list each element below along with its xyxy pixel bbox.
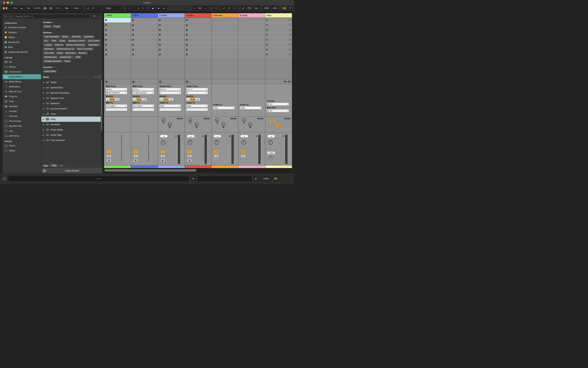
time-signature-display[interactable]: 4 / 4 [54,6,61,10]
clip-slot[interactable] [158,23,185,28]
library-item[interactable]: Kick Analog [2,119,41,123]
browser-result-row[interactable]: ▶ Surround Panner [41,106,102,111]
clip-slot[interactable] [238,32,265,37]
solo-button[interactable]: S [187,155,192,157]
midi-channel-select[interactable]: All Channels▼ [133,91,154,94]
collection-item[interactable]: Ableton MAX4LIVE [2,50,41,55]
arm-button[interactable] [187,159,192,162]
midi-to-select[interactable]: No Output▼ [106,104,127,107]
clip-slot[interactable] [238,42,265,47]
expand-chevron-icon[interactable]: ▶ [43,113,45,115]
clip-slot[interactable] [158,32,185,37]
expand-chevron-icon[interactable]: ▶ [43,87,45,89]
scene-launch-icon[interactable] [266,19,268,21]
filter-tag[interactable]: Looping› [43,43,53,46]
hamburger-menu-button[interactable]: ≡ [288,6,292,10]
library-item[interactable]: ⇄ Max for Live [2,89,41,94]
audio-from-select[interactable]: Ext. In▼ [186,88,208,91]
scene-slot[interactable]: 1 [265,18,292,23]
library-item[interactable]: Big 808 Sub [2,123,41,129]
audio-channel-select[interactable]: 1▼ [159,91,181,94]
clip-play-button[interactable]: ▶ [254,177,258,181]
clip-slot[interactable] [212,52,238,57]
filter-tag[interactable]: Hardware Control› [67,39,86,43]
filter-tag[interactable]: Modulation› [87,43,100,46]
library-item[interactable]: Audio Effects [2,74,41,79]
monitor-in-button[interactable]: In [133,98,136,101]
clip-slot[interactable] [131,32,158,37]
monitor-in-button[interactable]: In [186,98,190,101]
expand-chevron-icon[interactable]: ▶ [43,129,45,131]
scale-mode-button[interactable]: ♭♯ [85,6,90,10]
filter-tag[interactable]: Device› [43,25,52,28]
push-device-menu[interactable]: ▼ [2,6,11,10]
audio-channel-select[interactable]: 2▼ [186,91,208,94]
session-record-button[interactable] [214,6,218,10]
clip-slot[interactable] [212,42,238,47]
scene-launch-icon[interactable] [266,24,268,26]
scale-name-menu[interactable]: Major▼ [104,6,123,10]
track-activator-button[interactable]: 4 [187,150,192,153]
quantization-menu[interactable]: 1 Bar▼ [72,6,82,10]
clip-slot[interactable] [212,32,238,37]
solo-button[interactable]: S [107,155,111,157]
browser-result-row[interactable]: ▶ Variations [41,122,102,127]
filter-tag[interactable]: Amp Simulation› [43,35,60,38]
resize-grip[interactable] [96,178,101,179]
nudge-up-button[interactable] [48,6,53,10]
solo-button[interactable]: Solo [267,151,275,154]
clip-slot[interactable] [131,47,158,52]
clip-slot[interactable] [131,42,158,47]
close-window-icon[interactable] [3,1,5,4]
devices-section-header[interactable]: Devices▼ [43,31,101,34]
metronome-button[interactable]: ▼ [62,6,71,10]
audio-to-select[interactable]: Main▼ [213,106,235,110]
filter-tag[interactable]: EQ› [43,39,50,43]
scene-slot[interactable]: 4 [265,32,292,37]
clip-slot[interactable] [212,28,238,32]
library-item[interactable]: All [2,59,41,64]
results-scrollbar[interactable] [101,79,102,163]
monitor-in-button[interactable]: In [159,98,163,101]
track-header[interactable]: 3 Audio [158,13,185,18]
audio-to-select[interactable]: Main▼ [240,106,261,110]
solo-button[interactable]: S [214,155,219,157]
library-item[interactable]: Drums [2,64,41,69]
expand-chevron-icon[interactable]: ▶ [43,92,45,94]
expand-chevron-icon[interactable]: ▶ [43,108,45,110]
options-icon[interactable]: ⋯ [98,76,101,79]
session-horizontal-scrollbar[interactable] [104,169,292,172]
solo-button[interactable]: S [160,155,165,157]
filter-tag[interactable]: Spatialization› [43,55,58,59]
expand-chevron-icon[interactable]: ▶ [43,103,45,104]
midi-from-select[interactable]: All Ins▼ [133,88,154,91]
filter-tag[interactable]: Resonator› [65,51,77,55]
pan-knob[interactable] [187,139,193,145]
main-out-select[interactable]: 1/2▼ [267,109,289,112]
expand-chevron-icon[interactable]: ▶ [43,119,45,120]
scene-launch-icon[interactable] [266,29,268,31]
library-item[interactable]: Clips [2,99,41,104]
clip-slot[interactable] [131,18,158,23]
name-column-header[interactable]: Name [43,76,93,78]
pan-knob[interactable] [241,139,247,145]
scene-launch-icon[interactable] [266,49,268,50]
library-item[interactable]: pitch drop [2,133,41,138]
sample-rate-display[interactable]: 48.0 [271,6,279,10]
filter-tag[interactable]: Dynamics› [83,35,95,38]
clip-slot[interactable] [185,32,212,37]
filter-button[interactable] [92,14,96,19]
select-all-scenes-icon[interactable] [284,81,287,83]
track-header[interactable]: Main [265,13,292,18]
clip-slot[interactable] [158,37,185,42]
send-a-knob[interactable]: A [242,118,246,124]
expand-chevron-icon[interactable]: ▶ [43,124,45,125]
filter-tag[interactable]: Reverb› [77,51,88,55]
automation-arm-button[interactable] [197,6,202,10]
track-activator-button[interactable]: 1 [107,150,111,153]
filter-tag[interactable]: Metering› [54,43,65,46]
selection-box-button[interactable] [209,6,213,10]
clip-slot[interactable] [185,42,212,47]
clip-slot[interactable] [212,47,238,52]
volume-display[interactable]: -∞ [241,135,248,138]
